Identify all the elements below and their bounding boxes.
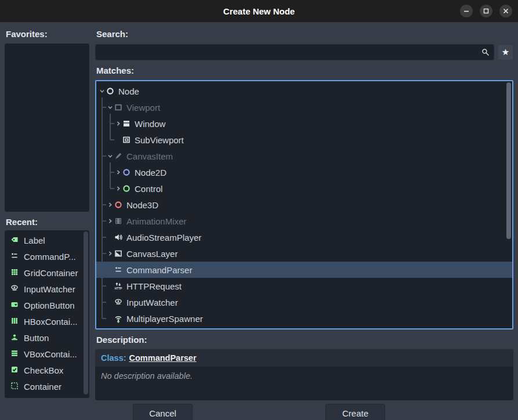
recent-item-button[interactable]: Button [5, 330, 89, 346]
inputwatcher-icon [10, 284, 19, 295]
tree-item-window[interactable]: Window [96, 115, 512, 132]
titlebar: Create New Node [0, 0, 518, 22]
favorites-panel[interactable] [5, 44, 89, 212]
tree-item-canvasitem[interactable]: CanvasItem [96, 148, 512, 164]
animationmixer-icon [114, 216, 123, 226]
inputwatcher-icon [114, 298, 123, 307]
optionbutton-icon [10, 300, 19, 311]
recent-label: Recent: [6, 217, 89, 227]
canvaslayer-icon [114, 249, 123, 258]
maximize-button[interactable] [480, 5, 492, 17]
tree-item-label: HTTPRequest [126, 281, 182, 291]
node2d-icon [122, 168, 131, 177]
canvasitem-icon [114, 151, 123, 161]
cancel-button[interactable]: Cancel [133, 404, 193, 420]
recent-item-label: Label [24, 236, 45, 245]
window-title: Create New Node [223, 6, 295, 16]
recent-item-gridcontainer[interactable]: GridContainer [5, 265, 89, 281]
matches-tree[interactable]: NodeViewportWindowSubViewportCanvasItemN… [95, 80, 513, 330]
favorites-label: Favorites: [6, 29, 89, 39]
description-class-row: Class:CommandParser [95, 349, 513, 367]
tree-item-control[interactable]: Control [96, 180, 512, 197]
chevron-right-icon[interactable] [107, 201, 114, 208]
description-text: No description available. [95, 367, 513, 385]
control-icon [122, 184, 131, 193]
chevron-down-icon[interactable] [99, 88, 106, 95]
commandparser-icon [114, 265, 123, 274]
recent-scrollbar[interactable] [84, 231, 88, 394]
gridcontainer-icon [10, 267, 19, 278]
commandparser-icon [10, 251, 19, 262]
tree-item-node[interactable]: Node [96, 83, 512, 99]
svg-text:HTTP: HTTP [115, 287, 122, 290]
httprequest-icon: HTTP [114, 281, 123, 291]
tree-item-viewport[interactable]: Viewport [96, 99, 512, 115]
recent-item-label: HBoxContai... [24, 317, 78, 327]
tree-item-httprequest[interactable]: HTTPHTTPRequest [96, 278, 512, 294]
search-box [95, 44, 494, 60]
tree-item-label: SubViewport [135, 135, 184, 145]
chevron-right-icon[interactable] [115, 185, 122, 192]
subviewport-icon [122, 135, 131, 144]
chevron-right-icon[interactable] [115, 169, 122, 176]
hboxcontainer-icon [10, 316, 19, 327]
viewport-icon [114, 103, 123, 112]
recent-panel[interactable]: LabelCommandP...GridContainerInputWatche… [5, 230, 89, 398]
recent-item-label: GridContainer [24, 268, 78, 278]
recent-item-label: VBoxContai... [24, 349, 77, 359]
tree-item-commandparser[interactable]: CommandParser [96, 262, 512, 278]
tree-item-node2d[interactable]: Node2D [96, 164, 512, 180]
maximize-icon [483, 8, 489, 14]
right-column: Search: ★ Matches: NodeViewportWindowSub… [95, 22, 513, 420]
recent-item-vboxcontai[interactable]: VBoxContai... [5, 346, 89, 362]
tree-item-label: Control [135, 184, 162, 194]
recent-item-container[interactable]: Container [5, 378, 89, 394]
favorite-toggle-button[interactable]: ★ [498, 44, 513, 60]
tree-item-audiostreamplayer[interactable]: AudioStreamPlayer [96, 229, 512, 245]
chevron-right-icon[interactable] [107, 218, 114, 225]
tree-item-subviewport[interactable]: SubViewport [96, 132, 512, 148]
recent-item-label: InputWatcher [24, 284, 75, 294]
tree-item-inputwatcher[interactable]: InputWatcher [96, 294, 512, 310]
tree-scrollbar[interactable] [506, 82, 511, 239]
search-label: Search: [96, 29, 513, 39]
tree-item-multiplayerspawner[interactable]: MultiplayerSpawner [96, 310, 512, 327]
chevron-down-icon[interactable] [107, 104, 114, 111]
recent-item-label[interactable]: Label [5, 232, 89, 248]
minimize-button[interactable] [460, 5, 473, 17]
tree-item-label: Viewport [126, 103, 160, 113]
class-name-link[interactable]: CommandParser [129, 353, 197, 363]
container-icon [10, 381, 19, 392]
dialog-body: Favorites: Recent: LabelCommandP...GridC… [0, 22, 518, 420]
recent-item-label: CheckBox [24, 365, 63, 375]
recent-item-optionbutton[interactable]: OptionButton [5, 297, 89, 313]
tree-item-node3d[interactable]: Node3D [96, 197, 512, 213]
vboxcontainer-icon [10, 349, 19, 360]
tree-item-label: CanvasLayer [126, 249, 178, 259]
search-row: ★ [95, 44, 513, 60]
matches-label: Matches: [96, 66, 513, 75]
recent-item-commandp[interactable]: CommandP... [5, 248, 89, 265]
tree-item-label: MultiplayerSpawner [126, 314, 203, 324]
recent-item-hboxcontai[interactable]: HBoxContai... [5, 313, 89, 330]
multiplayerspawner-icon [114, 314, 123, 323]
tree-item-canvaslayer[interactable]: CanvasLayer [96, 245, 512, 262]
chevron-down-icon[interactable] [107, 153, 114, 160]
tree-item-label: Window [135, 119, 165, 129]
button-icon [10, 332, 19, 343]
create-button[interactable]: Create [325, 404, 385, 420]
tree-item-label: AnimationMixer [126, 216, 186, 226]
node-icon [106, 86, 115, 96]
recent-item-inputwatcher[interactable]: InputWatcher [5, 281, 89, 297]
close-button[interactable] [499, 5, 512, 17]
minimize-icon [463, 8, 469, 14]
chevron-right-icon[interactable] [115, 120, 122, 127]
tree-item-animationmixer[interactable]: AnimationMixer [96, 213, 512, 229]
recent-item-label: Button [24, 333, 49, 343]
recent-item-checkbox[interactable]: CheckBox [5, 362, 89, 378]
tree-item-label: CommandParser [126, 265, 192, 275]
search-input[interactable] [95, 44, 494, 60]
chevron-right-icon[interactable] [107, 250, 114, 257]
tree-item-label: Node [118, 86, 139, 96]
close-icon [503, 8, 509, 14]
